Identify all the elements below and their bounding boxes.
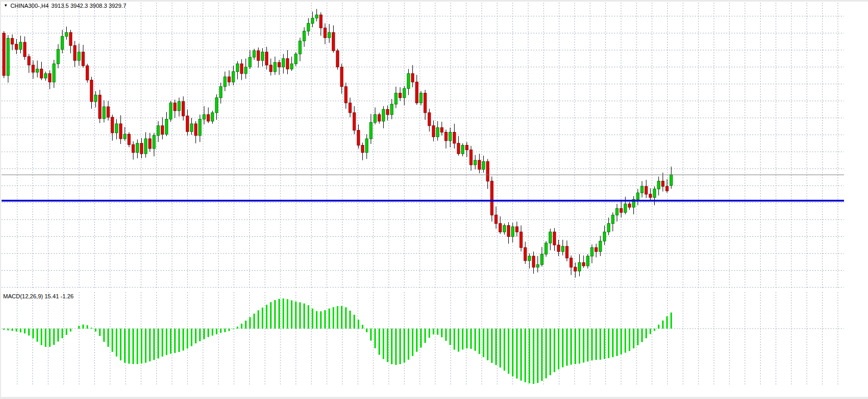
chart-canvas[interactable] (0, 0, 868, 399)
window-edge-top (0, 0, 868, 2)
symbol-ohlc-values: 3913.5 3942.3 3908.3 3929.7 (51, 3, 126, 9)
symbol-title: CHINA300-,H4 (10, 3, 48, 9)
macd-layer (3, 298, 672, 384)
symbol-label: ▼ CHINA300-,H4 3913.5 3942.3 3908.3 3929… (4, 3, 126, 9)
macd-indicator-label: MACD(12,26,9) 15.41 -1.26 (3, 293, 74, 299)
trading-chart-window: ▼ CHINA300-,H4 3913.5 3942.3 3908.3 3929… (0, 0, 868, 399)
symbol-dropdown-icon[interactable]: ▼ (4, 3, 8, 8)
grid-layer (2, 3, 844, 386)
window-edge-bottom (0, 397, 868, 399)
window-edge-left (0, 0, 1, 399)
candles-layer (3, 9, 673, 277)
